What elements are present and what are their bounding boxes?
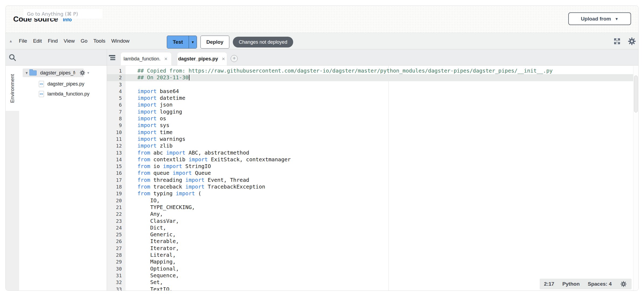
menu-item-file[interactable]: File [16,36,30,46]
code-line[interactable]: from typing import ( [107,190,633,197]
tree-folder-row[interactable]: ▼ dagster_pipes_funct ▼ [24,69,90,77]
line-number[interactable]: 33 [107,286,126,291]
code-line[interactable]: import sys [107,122,633,129]
line-number[interactable]: 7 [107,108,126,115]
code-line[interactable]: from queue import Queue [107,170,633,176]
code-line[interactable]: ## On 2023-11-30 [107,74,633,81]
code-line[interactable]: from contextlib import ExitStack, contex… [107,156,633,163]
code-line[interactable]: import os [107,115,633,122]
line-number[interactable]: 22 [107,211,126,217]
editor-settings-gear-icon[interactable] [620,280,627,288]
editor-tab-dagster-pipes-py[interactable]: dagster_pipes.py× [177,52,227,66]
code-line[interactable]: import zlib [107,142,633,149]
line-number[interactable]: 12 [107,142,126,149]
new-tab-icon[interactable]: + [231,55,238,62]
tree-settings-gear-icon[interactable]: ▼ [79,69,90,76]
code-line[interactable]: Mapping, [107,258,633,265]
code-line[interactable]: ## Copied from: https://raw.githubuserco… [107,67,633,74]
code-line[interactable]: import time [107,129,633,136]
line-number[interactable]: 9 [107,122,126,129]
line-number[interactable]: 27 [107,245,126,252]
menu-item-tools[interactable]: Tools [91,36,108,46]
code-line[interactable]: Optional, [107,265,633,272]
code-line[interactable]: Dict, [107,224,633,231]
code-line[interactable]: Generic, [107,231,633,238]
code-line[interactable]: Any, [107,211,633,217]
collapse-panel-icon[interactable]: ▲ [7,39,15,43]
line-number[interactable]: 26 [107,238,126,245]
line-number[interactable]: 5 [107,95,126,101]
code-line[interactable]: from io import StringIO [107,163,633,170]
code-line[interactable]: Iterable, [107,238,633,245]
line-number[interactable]: 29 [107,258,126,265]
line-number[interactable]: 18 [107,183,126,190]
code-line[interactable]: Iterator, [107,245,633,252]
code-line[interactable] [107,81,633,88]
test-split-button[interactable]: Test ▼ [167,36,197,49]
code-line[interactable]: from threading import Event, Thread [107,177,633,183]
line-number[interactable]: 15 [107,163,126,170]
environment-tab[interactable]: Environment [6,66,19,111]
code-line[interactable]: IO, [107,197,633,204]
line-number[interactable]: 16 [107,170,126,176]
settings-gear-icon[interactable] [627,37,636,46]
line-number[interactable]: 3 [107,81,126,88]
tab-close-icon[interactable]: × [221,56,226,62]
code-line[interactable]: import json [107,101,633,108]
line-number[interactable]: 32 [107,279,126,286]
line-number[interactable]: 8 [107,115,126,122]
code-editor[interactable]: ## Copied from: https://raw.githubuserco… [107,66,638,290]
line-number[interactable]: 25 [107,231,126,238]
cursor-position[interactable]: 2:17 [544,281,554,287]
line-number[interactable]: 28 [107,252,126,258]
line-number[interactable]: 19 [107,190,126,197]
line-number[interactable]: 4 [107,88,126,95]
indentation-setting[interactable]: Spaces: 4 [588,281,612,287]
code-line[interactable]: Literal, [107,252,633,258]
line-number[interactable]: 11 [107,136,126,142]
line-number[interactable]: 2 [107,74,126,81]
code-line[interactable]: TYPE_CHECKING, [107,204,633,211]
line-number[interactable]: 14 [107,156,126,163]
code-line[interactable]: ClassVar, [107,218,633,224]
line-number[interactable]: 24 [107,224,126,231]
go-to-anything-input[interactable] [24,9,102,18]
line-number[interactable]: 23 [107,218,126,224]
line-number[interactable]: 30 [107,265,126,272]
fullscreen-icon[interactable] [613,37,621,45]
code-line[interactable]: import logging [107,108,633,115]
line-number[interactable]: 21 [107,204,126,211]
menu-item-go[interactable]: Go [78,36,90,46]
tab-list-icon[interactable] [109,55,115,61]
search-icon[interactable] [8,53,17,62]
line-number[interactable]: 13 [107,149,126,156]
line-number[interactable]: 6 [107,101,126,108]
deploy-button[interactable]: Deploy [200,36,229,49]
test-button[interactable]: Test [167,36,189,48]
code-line[interactable]: import datetime [107,95,633,101]
tab-close-icon[interactable]: × [163,56,169,62]
code-line[interactable]: import base64 [107,88,633,95]
line-number[interactable]: 31 [107,272,126,279]
language-mode[interactable]: Python [562,281,580,287]
menu-item-edit[interactable]: Edit [30,36,45,46]
editor-tab-lambda-function[interactable]: lambda_function.× [120,52,172,66]
menu-item-window[interactable]: Window [108,36,133,46]
test-dropdown-caret[interactable]: ▼ [189,36,197,48]
chevron-down-icon[interactable]: ▼ [24,71,29,75]
tree-file-dagster-pipes-py[interactable]: <>dagster_pipes.py [39,80,84,88]
line-number[interactable]: 1 [107,67,126,74]
editor-scrollbar-thumb[interactable] [634,76,638,112]
code-line[interactable]: import warnings [107,136,633,142]
tree-file-lambda-function-py[interactable]: <>lambda_function.py [39,90,89,98]
code-line[interactable]: from abc import ABC, abstractmethod [107,149,633,156]
line-number[interactable]: 10 [107,129,126,136]
code-line[interactable]: Sequence, [107,272,633,279]
line-number[interactable]: 20 [107,197,126,204]
menu-item-find[interactable]: Find [45,36,61,46]
line-number[interactable]: 17 [107,177,126,183]
upload-from-button[interactable]: Upload from ▼ [568,12,631,25]
menu-item-view[interactable]: View [61,36,78,46]
code-line[interactable]: from traceback import TracebackException [107,183,633,190]
editor-scrollbar-track[interactable] [633,66,638,290]
